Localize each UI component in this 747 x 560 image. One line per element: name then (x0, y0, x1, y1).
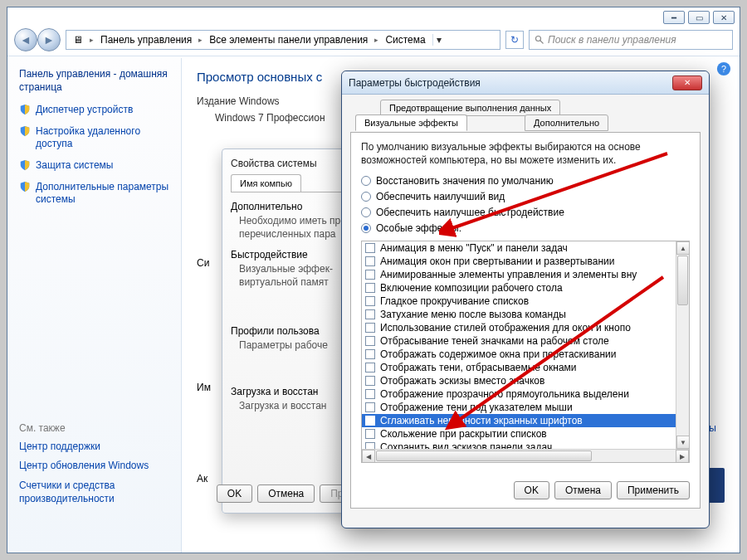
svg-text:?: ? (721, 64, 726, 74)
effect-item[interactable]: Затухание меню после вызова команды (362, 308, 676, 321)
checkbox-icon[interactable] (365, 283, 375, 293)
tab-visual-effects[interactable]: Визуальные эффекты (355, 114, 467, 131)
breadcrumb-root-icon: 🖥 (70, 34, 86, 46)
checkbox-icon[interactable] (365, 429, 375, 439)
effect-item[interactable]: Отображать тени, отбрасываемые окнами (362, 361, 676, 374)
effect-item[interactable]: Отображение прозрачного прямоугольника в… (362, 387, 676, 401)
refresh-button[interactable]: ↻ (505, 31, 524, 49)
effect-item[interactable]: Использование стилей отображения для око… (362, 321, 676, 334)
apply-button[interactable]: Применить (617, 481, 690, 499)
effect-item[interactable]: Отбрасывание теней значками на рабочем с… (362, 334, 676, 348)
checkbox-icon[interactable] (365, 323, 375, 333)
radio-option[interactable]: Восстановить значения по умолчанию (361, 175, 690, 187)
perf-dialog-title: Параметры быстродействия (349, 77, 481, 89)
scroll-down-button[interactable]: ▼ (676, 436, 690, 449)
nav-back-button[interactable]: ◄ (14, 28, 37, 51)
cancel-button[interactable]: Отмена (554, 481, 612, 499)
maximize-button[interactable]: ▭ (688, 11, 710, 24)
see-also-header: См. также (19, 422, 169, 434)
breadcrumb-item[interactable]: Панель управления (97, 34, 195, 46)
breadcrumb-item[interactable]: Все элементы панели управления (206, 34, 371, 46)
performance-options-dialog: Параметры быстродействия ✕ Предотвращени… (341, 71, 710, 528)
search-icon (535, 35, 544, 45)
checkbox-icon[interactable] (365, 243, 375, 253)
checkbox-icon[interactable] (365, 389, 375, 399)
effect-item[interactable]: Анимированные элементы управления и элем… (362, 268, 676, 281)
cutoff-text: Им (197, 382, 211, 393)
scrollbar-horizontal[interactable]: ◀ ▶ (362, 449, 689, 462)
radio-icon (361, 192, 371, 202)
cutoff-text: Си (197, 257, 209, 269)
breadcrumb-item[interactable]: Система (382, 34, 428, 46)
checkbox-icon[interactable] (365, 402, 375, 412)
effects-list[interactable]: Анимация в меню "Пуск" и панели задачАни… (361, 241, 690, 463)
effect-item[interactable]: ✓Сглаживать неровности экранных шрифтов (362, 414, 676, 427)
radio-option[interactable]: Особые эффекты: (361, 222, 690, 234)
scrollbar-vertical[interactable]: ▲ ▼ (676, 241, 689, 449)
perf-tabs: Предотвращение выполнения данных Визуаль… (350, 100, 701, 133)
effect-item[interactable]: Гладкое прокручивание списков (362, 295, 676, 308)
sidebar-link[interactable]: Настройка удаленного доступа (19, 125, 169, 151)
search-placeholder: Поиск в панели управления (548, 34, 676, 46)
search-input[interactable]: Поиск в панели управления (529, 30, 733, 50)
shield-icon (19, 125, 31, 137)
see-also-link[interactable]: Центр поддержки (19, 441, 169, 454)
sidebar-link[interactable]: Диспетчер устройств (19, 104, 169, 117)
cutoff-text: Ак (197, 473, 208, 485)
checkbox-icon[interactable] (365, 336, 375, 346)
tab-dep[interactable]: Предотвращение выполнения данных (380, 100, 560, 116)
scroll-left-button[interactable]: ◀ (362, 450, 375, 463)
effect-item[interactable]: Отображать содержимое окна при перетаски… (362, 348, 676, 361)
sidebar: Панель управления - домашняя страница Ди… (7, 58, 182, 553)
effect-item[interactable]: Сохранить вид эскизов панели задач (362, 441, 676, 449)
tab-computer-name[interactable]: Имя компью (231, 174, 301, 192)
help-icon[interactable]: ? (716, 61, 731, 76)
see-also-link[interactable]: Счетчики и средства производительности (19, 480, 169, 505)
window-controls: ━ ▭ ✕ (663, 11, 735, 24)
effect-item[interactable]: Скольжение при раскрытии списков (362, 427, 676, 441)
scroll-right-button[interactable]: ▶ (676, 450, 689, 463)
shield-icon (19, 159, 31, 171)
checkbox-icon[interactable] (365, 296, 375, 306)
checkbox-icon[interactable] (365, 363, 375, 373)
checkbox-icon[interactable] (365, 256, 375, 266)
checkbox-icon[interactable] (365, 442, 375, 449)
explorer-window: ━ ▭ ✕ ◄ ► 🖥 ▸ Панель управления ▸ Все эл… (7, 7, 740, 553)
ok-button[interactable]: OK (514, 481, 549, 499)
minimize-button[interactable]: ━ (663, 11, 685, 24)
breadcrumb[interactable]: 🖥 ▸ Панель управления ▸ Все элементы пан… (66, 30, 500, 50)
checkbox-icon[interactable] (365, 309, 375, 319)
address-bar: ◄ ► 🖥 ▸ Панель управления ▸ Все элементы… (7, 26, 740, 54)
scroll-thumb[interactable] (677, 256, 688, 305)
sidebar-link[interactable]: Дополнительные параметры системы (19, 181, 169, 207)
checkbox-icon[interactable] (365, 349, 375, 359)
radio-icon (361, 207, 371, 217)
radio-option[interactable]: Обеспечить наилучшее быстродействие (361, 207, 690, 218)
scroll-up-button[interactable]: ▲ (676, 241, 690, 255)
sidebar-title[interactable]: Панель управления - домашняя страница (19, 68, 169, 94)
see-also-link[interactable]: Центр обновления Windows (19, 460, 169, 473)
svg-line-1 (540, 41, 544, 44)
effect-item[interactable]: Анимация окон при свертывании и разверты… (362, 255, 676, 268)
radio-option[interactable]: Обеспечить наилучший вид (361, 191, 690, 202)
effect-item[interactable]: Отображать эскизы вместо значков (362, 374, 676, 387)
shield-icon (19, 104, 31, 115)
checkbox-icon[interactable] (365, 270, 375, 280)
checkbox-icon[interactable] (365, 376, 375, 386)
close-button[interactable]: ✕ (713, 11, 735, 24)
tab-advanced[interactable]: Дополнительно (525, 114, 608, 131)
breadcrumb-dropdown[interactable]: ▾ (432, 34, 446, 46)
effect-item[interactable]: Анимация в меню "Пуск" и панели задач (362, 241, 676, 255)
shield-icon (19, 181, 31, 192)
effect-item[interactable]: Отображение тени под указателем мыши (362, 401, 676, 414)
ok-button[interactable]: OK (217, 485, 252, 503)
checkbox-icon[interactable]: ✓ (365, 416, 375, 426)
cancel-button[interactable]: Отмена (257, 485, 315, 503)
sidebar-link[interactable]: Защита системы (19, 159, 169, 173)
effect-item[interactable]: Включение композиции рабочего стола (362, 281, 676, 295)
perf-description: По умолчанию визуальные эффекты выбирают… (361, 141, 690, 167)
close-button[interactable]: ✕ (672, 75, 702, 90)
nav-forward-button[interactable]: ► (37, 28, 61, 51)
scroll-thumb[interactable] (376, 450, 592, 461)
radio-icon (361, 223, 371, 233)
